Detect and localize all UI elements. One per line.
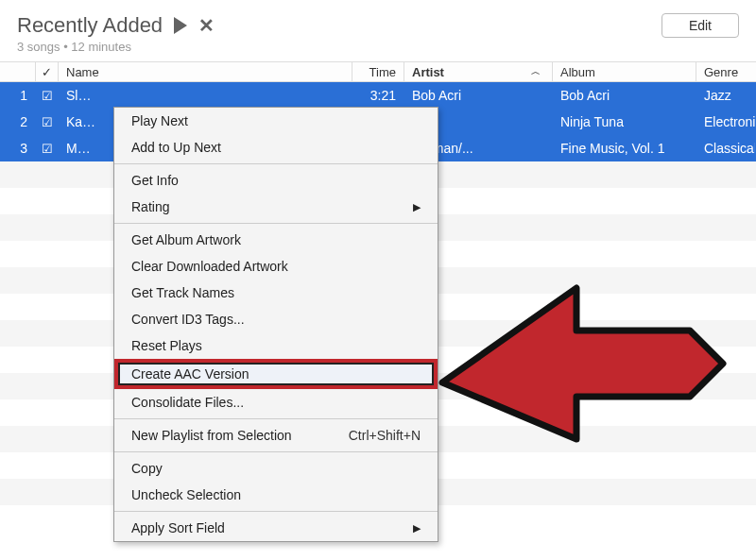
table-header-row: ✓ Name Time Artist ︿ Album Genre xyxy=(0,61,756,82)
shuffle-icon[interactable]: ✕ xyxy=(198,14,215,37)
menu-apply-sort-field[interactable]: Apply Sort Field ▶ xyxy=(114,515,438,541)
checkbox-checked-icon[interactable]: ☑ xyxy=(42,115,53,129)
menu-uncheck-selection[interactable]: Uncheck Selection xyxy=(114,482,438,508)
menu-separator xyxy=(114,223,438,224)
menu-rating[interactable]: Rating ▶ xyxy=(114,194,438,220)
keyboard-shortcut: Ctrl+Shift+N xyxy=(349,428,421,443)
column-check[interactable]: ✓ xyxy=(36,62,59,81)
sort-ascending-icon: ︿ xyxy=(531,65,544,78)
menu-separator xyxy=(114,511,438,512)
menu-play-next[interactable]: Play Next xyxy=(114,108,438,134)
menu-get-track-names[interactable]: Get Track Names xyxy=(114,280,438,306)
menu-get-album-artwork[interactable]: Get Album Artwork xyxy=(114,227,438,253)
edit-button[interactable]: Edit xyxy=(662,13,739,38)
menu-separator xyxy=(114,418,438,419)
chevron-right-icon: ▶ xyxy=(413,522,421,535)
menu-new-playlist-from-selection[interactable]: New Playlist from Selection Ctrl+Shift+N xyxy=(114,422,438,449)
column-name[interactable]: Name xyxy=(59,62,352,81)
table-row[interactable]: 1 ☑ Sl… 3:21 Bob Acri Bob Acri Jazz xyxy=(0,82,756,109)
column-artist[interactable]: Artist ︿ xyxy=(404,62,553,81)
menu-separator xyxy=(114,163,438,164)
menu-reset-plays[interactable]: Reset Plays xyxy=(114,332,438,359)
column-time[interactable]: Time xyxy=(352,62,404,81)
menu-add-up-next[interactable]: Add to Up Next xyxy=(114,134,438,161)
context-menu: Play Next Add to Up Next Get Info Rating… xyxy=(113,107,438,542)
column-genre[interactable]: Genre xyxy=(696,62,756,81)
playlist-title: Recently Added xyxy=(17,13,163,38)
column-album[interactable]: Album xyxy=(553,62,696,81)
playlist-header: Recently Added ✕ 3 songs • 12 minutes Ed… xyxy=(0,0,756,61)
menu-create-aac-version[interactable]: Create AAC Version xyxy=(114,359,438,389)
column-number[interactable] xyxy=(0,62,36,81)
menu-clear-downloaded-artwork[interactable]: Clear Downloaded Artwork xyxy=(114,253,438,280)
chevron-right-icon: ▶ xyxy=(413,201,421,213)
checkbox-checked-icon[interactable]: ☑ xyxy=(42,89,53,103)
menu-consolidate-files[interactable]: Consolidate Files... xyxy=(114,389,438,416)
menu-separator xyxy=(114,451,438,452)
play-icon[interactable] xyxy=(174,17,187,34)
menu-get-info[interactable]: Get Info xyxy=(114,167,438,194)
playlist-subtitle: 3 songs • 12 minutes xyxy=(17,40,215,54)
menu-convert-id3[interactable]: Convert ID3 Tags... xyxy=(114,306,438,332)
menu-copy[interactable]: Copy xyxy=(114,455,438,482)
checkbox-checked-icon[interactable]: ☑ xyxy=(42,142,53,156)
